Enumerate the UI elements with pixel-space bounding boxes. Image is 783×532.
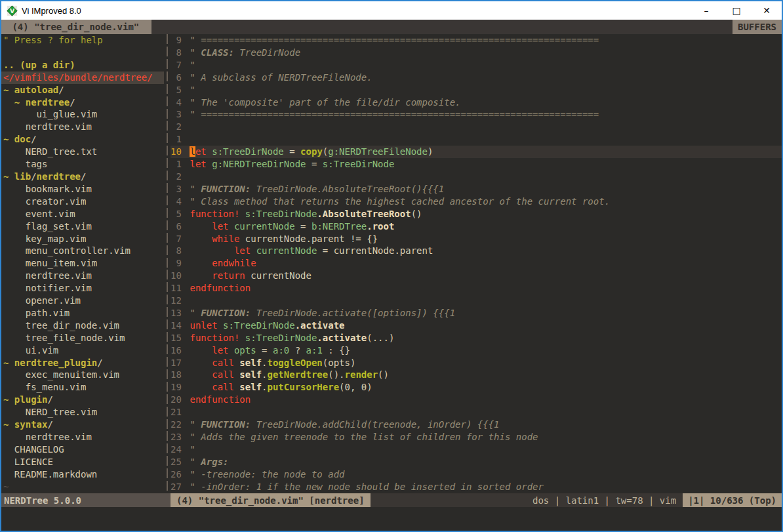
tree-item[interactable]: CHANGELOG [1,443,164,456]
separator-bar [167,34,168,493]
tree-item[interactable]: nerdtree.vim [1,270,164,282]
code-line[interactable]: 27" -inOrder: 1 if the new node should b… [171,481,782,493]
code-line[interactable]: 2 [171,121,782,133]
code-line[interactable]: 4" Class method that returns the highest… [171,195,782,208]
code-line[interactable]: 6 let currentNode = b:NERDTree.root [171,220,782,233]
statusline-position: |1| 10/636 (Top) [683,493,782,507]
command-line[interactable] [1,507,782,531]
code-line[interactable]: 25" Args: [171,456,782,468]
tree-item[interactable]: ~ autoload/ [1,84,164,96]
tree-item[interactable]: ~ nerdtree/ [1,96,164,109]
code-line[interactable]: 1 [171,133,782,146]
code-line[interactable]: 7 while currentNode.parent != {} [171,233,782,245]
code-line[interactable]: 12 [171,295,782,307]
syntax-span-s: .root [367,221,394,232]
syntax-span-a: s:TreeDirNode [212,146,284,157]
code-line[interactable]: 5" [171,84,782,96]
code-line[interactable]: 14unlet s:TreeDirNode.activate [171,319,782,332]
code-line[interactable]: 18 call self.getNerdtree().render() [171,369,782,381]
tree-item[interactable]: fs_menu.vim [1,381,164,394]
syntax-span-t: currentNode.parent != {} [239,234,378,244]
tree-item[interactable]: notifier.vim [1,282,164,295]
buffers-label[interactable]: BUFFERS [733,20,782,34]
code-line[interactable]: 10let s:TreeDirNode = copy(g:NERDTreeFil… [171,146,782,158]
tree-item[interactable]: opener.vim [1,295,164,307]
tree-item[interactable]: " Press ? for help [1,34,164,47]
tree-item[interactable]: ~ [1,481,164,493]
tree-item[interactable]: menu_controller.vim [1,245,164,257]
code-line[interactable]: 24" [171,443,782,456]
tree-item[interactable]: creator.vim [1,195,164,208]
tree-item[interactable]: path.vim [1,307,164,319]
tree-item[interactable]: tree_file_node.vim [1,332,164,344]
code-line[interactable]: 22" FUNCTION: TreeDirNode.addChild(treen… [171,419,782,431]
tree-item[interactable]: NERD_tree.vim [1,406,164,419]
syntax-span-y: ~ nerdtree_plugin [3,358,97,368]
code-line[interactable]: 16 let opts = a:0 ? a:1 : {} [171,344,782,357]
minimize-button[interactable]: – [691,1,721,20]
syntax-span-f: getNerdtree [268,369,329,380]
code-line[interactable]: 4" The 'composite' part of the file/dir … [171,96,782,109]
code-line[interactable]: 11endfunction [171,282,782,295]
maximize-button[interactable]: □ [721,1,752,20]
tree-item[interactable]: key_map.vim [1,233,164,245]
tree-item[interactable]: menu_item.vim [1,257,164,270]
tree-item[interactable]: tags [1,158,164,171]
tab-tree-dir-node[interactable]: (4) "tree_dir_node.vim" [1,20,151,34]
code-line[interactable]: 20endfunction [171,394,782,406]
tree-item[interactable]: ui_glue.vim [1,108,164,121]
syntax-span-r: </vimfiles/bundle/nerdtree/ [3,72,153,83]
tree-item[interactable]: </vimfiles/bundle/nerdtree/ [1,72,164,84]
code-line[interactable]: 9 endwhile [171,257,782,270]
syntax-span-s: .activate [317,333,367,343]
code-line[interactable]: 5function! s:TreeDirNode.AbsoluteTreeRoo… [171,208,782,220]
relative-line-number: 23 [171,431,182,443]
tree-item[interactable]: tree_dir_node.vim [1,319,164,332]
code-line[interactable]: 9" =====================================… [171,34,782,47]
syntax-span-w: event.vim [3,209,75,219]
code-line[interactable]: 1let g:NERDTreeDirNode = s:TreeDirNode [171,158,782,171]
syntax-span-c: " [190,85,195,95]
code-line[interactable]: 23" Adds the given treenode to the list … [171,431,782,443]
code-line[interactable]: 26" -treenode: the node to add [171,468,782,481]
code-line[interactable]: 21 [171,406,782,419]
tree-item[interactable]: ~ syntax/ [1,419,164,431]
tree-item[interactable]: ui.vim [1,344,164,357]
code-line[interactable]: 15function! s:TreeDirNode.activate(...) [171,332,782,344]
tree-item[interactable]: event.vim [1,208,164,220]
tree-item[interactable]: flag_set.vim [1,220,164,233]
tree-item[interactable]: .. (up a dir) [1,59,164,72]
tree-item[interactable]: nerdtree.vim [1,121,164,133]
code-line[interactable]: 2 [171,171,782,183]
tree-item[interactable]: nerdtree.vim [1,431,164,443]
tree-item[interactable]: bookmark.vim [1,183,164,195]
close-button[interactable]: ✕ [752,1,782,20]
syntax-span-w: nerdtree.vim [3,121,92,132]
tree-item[interactable] [1,47,164,59]
code-line[interactable]: 10 return currentNode [171,270,782,282]
relative-line-number: 7 [171,59,182,72]
code-line[interactable]: 8" CLASS: TreeDirNode [171,47,782,59]
tree-item[interactable]: exec_menuitem.vim [1,369,164,381]
tree-item[interactable]: ~ plugin/ [1,394,164,406]
code-line[interactable]: 13" FUNCTION: TreeDirNode.activate([opti… [171,307,782,319]
code-line[interactable]: 19 call self.putCursorHere(0, 0) [171,381,782,394]
syntax-span-f: putCursorHere [268,382,340,392]
tree-item[interactable]: ~ nerdtree_plugin/ [1,357,164,369]
tree-item[interactable]: LICENCE [1,456,164,468]
tree-item[interactable]: ~ doc/ [1,133,164,146]
syntax-span-t [229,345,234,356]
syntax-span-w: / [70,97,75,108]
code-line[interactable]: 3" =====================================… [171,108,782,121]
tree-item[interactable]: ~ lib/nerdtree/ [1,171,164,183]
code-line[interactable]: 3" FUNCTION: TreeDirNode.AbsoluteTreeRoo… [171,183,782,195]
code-line[interactable]: 6" A subclass of NERDTreeFileNode. [171,72,782,84]
tree-item[interactable]: README.markdown [1,468,164,481]
code-line[interactable]: 8 let currentNode = currentNode.parent [171,245,782,257]
tab-line: (4) "tree_dir_node.vim" BUFFERS [1,20,782,34]
window-separator[interactable] [164,34,171,493]
tree-item[interactable]: NERD_tree.txt [1,146,164,158]
syntax-span-k: while [212,234,239,244]
code-line[interactable]: 17 call self.toggleOpen(opts) [171,357,782,369]
code-line[interactable]: 7" [171,59,782,72]
